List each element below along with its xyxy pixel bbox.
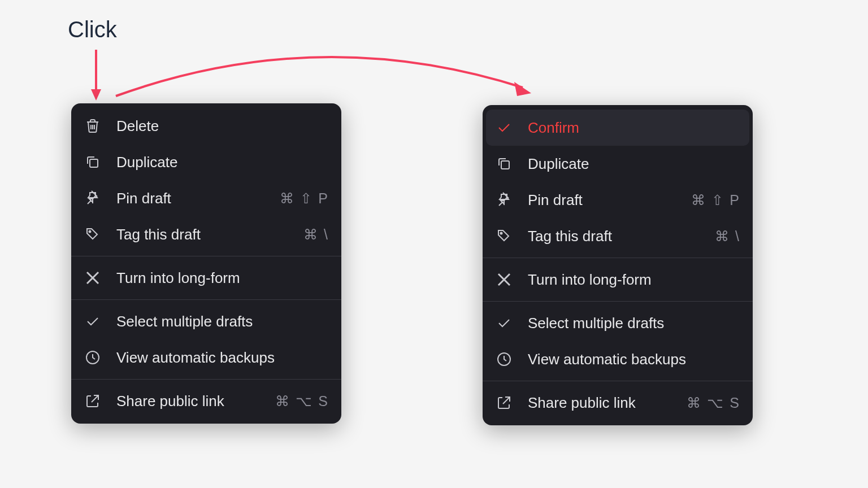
view-backups-menu-item[interactable]: View automatic backups bbox=[483, 341, 753, 377]
check-icon bbox=[495, 119, 513, 137]
duplicate-menu-item[interactable]: Duplicate bbox=[71, 144, 341, 180]
menu-item-label: Tag this draft bbox=[116, 226, 289, 243]
menu-item-label: Confirm bbox=[528, 119, 726, 137]
menu-item-label: Share public link bbox=[528, 394, 672, 412]
delete-menu-item[interactable]: Delete bbox=[71, 108, 341, 144]
view-backups-menu-item[interactable]: View automatic backups bbox=[71, 339, 341, 376]
menu-item-label: View automatic backups bbox=[528, 351, 726, 368]
menu-item-label: Pin draft bbox=[528, 191, 676, 209]
external-link-icon bbox=[84, 392, 102, 410]
svg-marker-2 bbox=[514, 82, 531, 96]
trash-icon bbox=[84, 117, 102, 135]
x-logo-icon bbox=[495, 271, 513, 289]
menu-item-label: Turn into long-form bbox=[528, 271, 726, 289]
clock-icon bbox=[84, 348, 102, 367]
menu-item-shortcut: ⌘ \ bbox=[715, 228, 740, 245]
menu-divider bbox=[71, 299, 341, 300]
menu-item-label: Pin draft bbox=[116, 190, 265, 207]
copy-icon bbox=[495, 155, 513, 173]
menu-item-label: Select multiple drafts bbox=[528, 315, 726, 332]
context-menu-after: Confirm Duplicate Pin draft ⌘ ⇧ P Tag th… bbox=[483, 105, 753, 425]
turn-longform-menu-item[interactable]: Turn into long-form bbox=[71, 260, 341, 296]
menu-item-label: Duplicate bbox=[116, 154, 314, 171]
share-link-menu-item[interactable]: Share public link ⌘ ⌥ S bbox=[483, 385, 753, 421]
pin-draft-menu-item[interactable]: Pin draft ⌘ ⇧ P bbox=[71, 180, 341, 216]
menu-item-shortcut: ⌘ ⇧ P bbox=[691, 192, 740, 208]
menu-divider bbox=[71, 256, 341, 256]
check-icon bbox=[84, 312, 102, 330]
pin-icon bbox=[495, 191, 513, 209]
duplicate-menu-item[interactable]: Duplicate bbox=[483, 146, 753, 182]
tag-draft-menu-item[interactable]: Tag this draft ⌘ \ bbox=[71, 216, 341, 252]
tag-icon bbox=[495, 227, 513, 245]
menu-item-label: Share public link bbox=[116, 393, 261, 410]
confirm-menu-item[interactable]: Confirm bbox=[486, 110, 749, 146]
check-icon bbox=[495, 314, 513, 332]
arrow-curved-icon bbox=[105, 45, 540, 102]
menu-divider bbox=[71, 379, 341, 380]
select-multiple-menu-item[interactable]: Select multiple drafts bbox=[71, 303, 341, 339]
menu-item-label: Tag this draft bbox=[528, 228, 700, 245]
external-link-icon bbox=[495, 394, 513, 412]
menu-item-shortcut: ⌘ ⌥ S bbox=[687, 395, 740, 411]
menu-divider bbox=[483, 258, 753, 258]
menu-item-label: Delete bbox=[116, 117, 314, 135]
copy-icon bbox=[84, 153, 102, 171]
click-annotation-label: Click bbox=[68, 17, 117, 42]
x-logo-icon bbox=[84, 269, 102, 287]
menu-divider bbox=[483, 301, 753, 302]
share-link-menu-item[interactable]: Share public link ⌘ ⌥ S bbox=[71, 383, 341, 419]
clock-icon bbox=[495, 350, 513, 368]
svg-marker-1 bbox=[91, 89, 101, 101]
menu-item-shortcut: ⌘ ⌥ S bbox=[275, 393, 329, 409]
select-multiple-menu-item[interactable]: Select multiple drafts bbox=[483, 305, 753, 341]
tag-draft-menu-item[interactable]: Tag this draft ⌘ \ bbox=[483, 218, 753, 254]
context-menu-before: Delete Duplicate Pin draft ⌘ ⇧ P Tag thi… bbox=[71, 103, 341, 424]
menu-item-label: View automatic backups bbox=[116, 349, 314, 367]
menu-item-label: Duplicate bbox=[528, 155, 726, 173]
pin-icon bbox=[84, 189, 102, 207]
menu-item-label: Select multiple drafts bbox=[116, 313, 314, 330]
arrow-down-icon bbox=[88, 50, 105, 101]
pin-draft-menu-item[interactable]: Pin draft ⌘ ⇧ P bbox=[483, 182, 753, 218]
menu-item-shortcut: ⌘ \ bbox=[303, 226, 329, 243]
tag-icon bbox=[84, 225, 102, 243]
menu-divider bbox=[483, 381, 753, 381]
menu-item-shortcut: ⌘ ⇧ P bbox=[280, 190, 329, 207]
menu-item-label: Turn into long-form bbox=[116, 269, 314, 287]
turn-longform-menu-item[interactable]: Turn into long-form bbox=[483, 262, 753, 298]
